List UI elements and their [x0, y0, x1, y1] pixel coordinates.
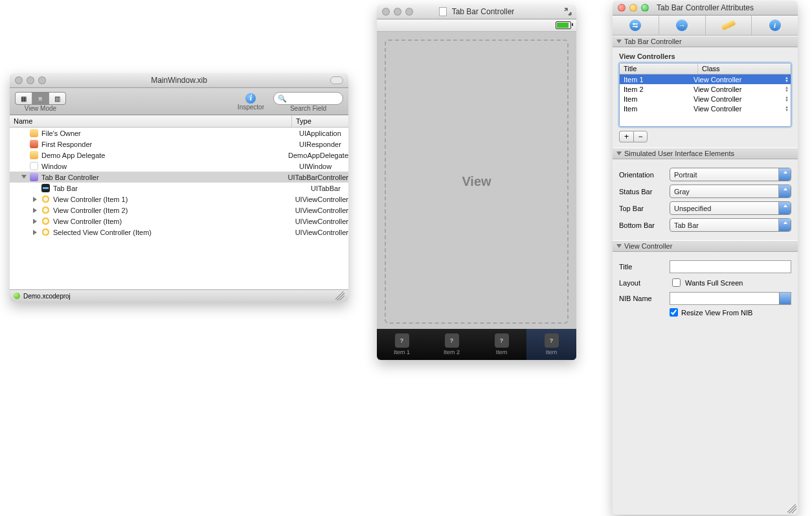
window-title: Tab Bar Controller	[452, 7, 515, 16]
disclosure-triangle-icon[interactable]	[33, 230, 38, 235]
wants-full-screen-checkbox[interactable]	[672, 278, 681, 287]
view-mode-columns[interactable]: ▥	[49, 93, 65, 104]
toolbar-toggle[interactable]	[330, 76, 343, 84]
document-icon	[439, 7, 447, 16]
disclosure-triangle-icon[interactable]	[21, 175, 27, 180]
cube-icon	[30, 151, 38, 159]
outline-row[interactable]: View Controller (Item)UIViewController	[10, 216, 348, 227]
topbar-label: Top Bar	[619, 205, 670, 212]
table-row[interactable]: Item 1View Controller▲▼	[620, 74, 791, 84]
stepper-icon[interactable]: ▲▼	[783, 76, 791, 83]
stepper-icon[interactable]: ▲▼	[783, 96, 791, 102]
row-name: File's Owner	[41, 129, 81, 137]
topbar-dropdown[interactable]: Unspecified	[670, 201, 791, 215]
table-row[interactable]: ItemView Controller▲▼	[620, 94, 791, 104]
close-icon[interactable]	[618, 4, 626, 12]
stepper-icon[interactable]: ▲▼	[783, 106, 791, 112]
outline-row[interactable]: File's OwnerUIApplication	[10, 128, 348, 139]
view-controllers-table[interactable]: Title Class Item 1View Controller▲▼Item …	[619, 63, 791, 127]
outline-row[interactable]: View Controller (Item 1)UIViewController	[10, 194, 348, 205]
view-mode-segmented[interactable]: ▦ ≡ ▥	[15, 92, 66, 105]
goldring-icon	[41, 195, 50, 203]
minimize-icon[interactable]	[27, 76, 34, 84]
zoom-icon[interactable]	[641, 4, 649, 12]
tab-bar-item[interactable]: ?Item 1	[377, 329, 427, 360]
disclosure-triangle-icon[interactable]	[33, 197, 38, 202]
col-type[interactable]: Type	[291, 115, 348, 127]
wants-full-screen-label[interactable]: Wants Full Screen	[685, 279, 743, 287]
row-type: UIViewController	[291, 196, 348, 203]
bottombar-dropdown[interactable]: Tab Bar	[670, 218, 791, 232]
add-button[interactable]: +	[619, 131, 633, 142]
zoom-icon[interactable]	[405, 8, 413, 16]
resize-grip-icon[interactable]	[787, 504, 796, 513]
minimize-icon[interactable]	[629, 4, 637, 12]
section-viewcontroller[interactable]: View Controller	[613, 240, 798, 252]
table-row[interactable]: Item 2View Controller▲▼	[620, 84, 791, 94]
statusbar-label: Status Bar	[619, 188, 670, 196]
mainwin-titlebar[interactable]: MainWindow.xib	[10, 73, 348, 88]
cell-title: Item	[620, 95, 694, 103]
goldring-icon	[41, 217, 50, 225]
statusbar-dropdown[interactable]: Gray	[670, 185, 791, 198]
outline-row[interactable]: View Controller (Item 2)UIViewController	[10, 205, 348, 216]
tab-connections[interactable]: →	[659, 16, 706, 35]
outline-row[interactable]: Tab BarUITabBar	[10, 183, 348, 194]
tab-identity[interactable]: i	[752, 16, 798, 35]
minimize-icon[interactable]	[394, 8, 401, 16]
outline-row[interactable]: Demo App DelegateDemoAppDelegate	[10, 150, 348, 161]
resize-from-nib-checkbox[interactable]	[670, 308, 678, 317]
close-icon[interactable]	[15, 76, 23, 84]
view-mode-icons[interactable]: ▦	[16, 93, 32, 104]
col-title[interactable]: Title	[620, 63, 697, 74]
view-controllers-label: View Controllers	[619, 52, 791, 60]
search-input[interactable]: 🔍	[273, 92, 343, 105]
insp-titlebar[interactable]: Tab Bar Controller Attributes	[613, 1, 798, 16]
expand-icon[interactable]	[563, 7, 572, 16]
zoom-icon[interactable]	[38, 76, 46, 84]
tab-size[interactable]	[706, 16, 752, 35]
info-icon: i	[769, 19, 781, 31]
resize-grip-icon[interactable]	[335, 291, 344, 300]
view-mode-list[interactable]: ≡	[32, 93, 49, 104]
outline-row[interactable]: Selected View Controller (Item)UIViewCon…	[10, 227, 348, 238]
tabbar-icon	[41, 184, 50, 192]
section-label: View Controller	[624, 242, 672, 250]
sim-titlebar[interactable]: Tab Bar Controller	[377, 5, 576, 19]
nib-name-combo[interactable]	[670, 292, 791, 305]
outline-row[interactable]: WindowUIWindow	[10, 161, 348, 172]
close-icon[interactable]	[382, 8, 390, 16]
vc-title-input[interactable]	[670, 260, 791, 273]
tab-label: Item 2	[444, 349, 460, 355]
stepper-icon[interactable]: ▲▼	[783, 86, 791, 93]
col-class[interactable]: Class	[697, 63, 791, 74]
remove-button[interactable]: −	[633, 131, 648, 142]
tab-bar-item[interactable]: ?Item	[477, 329, 526, 360]
tab-bar-item[interactable]: ?Item	[526, 329, 576, 360]
cell-title: Item	[620, 105, 694, 113]
orientation-dropdown[interactable]: Portrait	[670, 168, 791, 181]
tab-icon: ?	[395, 333, 409, 348]
tab-bar-item[interactable]: ?Item 2	[427, 329, 477, 360]
arrow-icon: →	[676, 19, 688, 31]
tab-attributes[interactable]	[613, 16, 659, 35]
disclosure-triangle-icon[interactable]	[33, 219, 38, 224]
table-row[interactable]: ItemView Controller▲▼	[620, 104, 791, 113]
outline-row[interactable]: First ResponderUIResponder	[10, 139, 348, 150]
inspector-icon[interactable]: i	[245, 93, 256, 104]
disclosure-triangle-icon[interactable]	[33, 208, 38, 213]
svg-point-0	[633, 23, 635, 25]
svg-point-1	[636, 26, 638, 28]
outline-body[interactable]: File's OwnerUIApplicationFirst Responder…	[10, 128, 348, 289]
section-tabbarcontroller[interactable]: Tab Bar Controller	[613, 36, 798, 47]
ios-tab-bar[interactable]: ?Item 1?Item 2?Item?Item	[377, 329, 576, 360]
sim-content[interactable]: View	[377, 32, 576, 329]
section-simulated-ui[interactable]: Simulated User Interface Elements	[613, 148, 798, 159]
resize-from-nib-label[interactable]: Resize View From NIB	[681, 309, 752, 317]
view-mode-label: View Mode	[25, 105, 56, 112]
row-name: Tab Bar Controller	[41, 174, 99, 181]
outline-row[interactable]: Tab Bar ControllerUITabBarController	[10, 172, 348, 183]
col-name[interactable]: Name	[10, 115, 291, 127]
battery-icon	[556, 21, 571, 29]
chevron-down-icon	[616, 39, 622, 43]
